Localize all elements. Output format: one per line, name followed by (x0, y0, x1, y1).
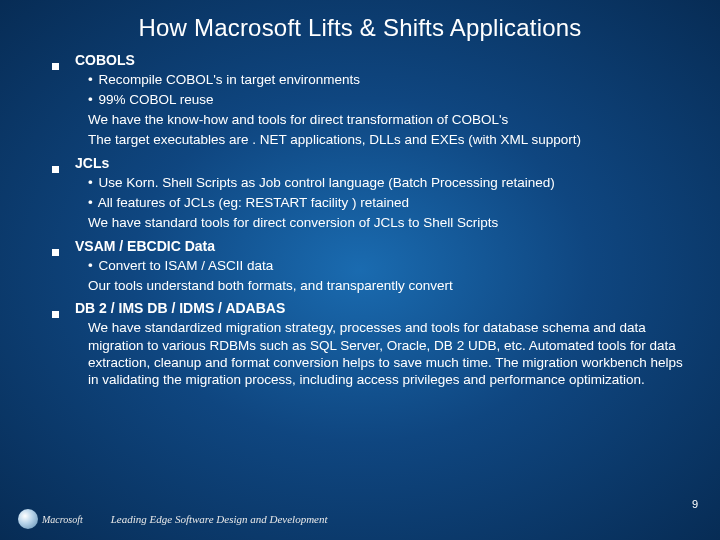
section-heading: JCLs (75, 155, 109, 171)
bullet-text: Recompile COBOL's in target environments (99, 72, 360, 87)
slide-content: COBOLS • Recompile COBOL's in target env… (28, 52, 692, 388)
bullet-text: Use Korn. Shell Scripts as Job control l… (99, 175, 555, 190)
body-text: We have standardized migration strategy,… (52, 319, 692, 388)
bullet-item: • Convert to ISAM / ASCII data (52, 257, 692, 275)
bullet-item: • All features of JCLs (eg: RESTART faci… (52, 194, 692, 212)
bullet-item: • Use Korn. Shell Scripts as Job control… (52, 174, 692, 192)
body-text: The target executables are . NET applica… (52, 131, 692, 149)
square-bullet-icon (52, 311, 59, 318)
footer: Macrosoft Leading Edge Software Design a… (0, 504, 720, 534)
section-db2: DB 2 / IMS DB / IDMS / ADABAS We have st… (52, 300, 692, 388)
section-jcls: JCLs • Use Korn. Shell Scripts as Job co… (52, 155, 692, 232)
section-cobols: COBOLS • Recompile COBOL's in target env… (52, 52, 692, 149)
slide-title: How Macrosoft Lifts & Shifts Application… (28, 14, 692, 42)
body-text: We have the know-how and tools for direc… (52, 111, 692, 129)
logo-icon (18, 509, 38, 529)
section-vsam: VSAM / EBCDIC Data • Convert to ISAM / A… (52, 238, 692, 295)
body-text: Our tools understand both formats, and t… (52, 277, 692, 295)
section-heading: DB 2 / IMS DB / IDMS / ADABAS (75, 300, 285, 316)
bullet-item: • Recompile COBOL's in target environmen… (52, 71, 692, 89)
logo-text: Macrosoft (42, 514, 83, 525)
section-heading: VSAM / EBCDIC Data (75, 238, 215, 254)
bullet-text: 99% COBOL reuse (99, 92, 214, 107)
footer-tagline: Leading Edge Software Design and Develop… (111, 513, 328, 525)
section-heading: COBOLS (75, 52, 135, 68)
bullet-text: All features of JCLs (eg: RESTART facili… (98, 195, 409, 210)
logo: Macrosoft (18, 509, 83, 529)
square-bullet-icon (52, 249, 59, 256)
body-text: We have standard tools for direct conver… (52, 214, 692, 232)
bullet-text: Convert to ISAM / ASCII data (99, 258, 274, 273)
bullet-item: • 99% COBOL reuse (52, 91, 692, 109)
square-bullet-icon (52, 63, 59, 70)
square-bullet-icon (52, 166, 59, 173)
